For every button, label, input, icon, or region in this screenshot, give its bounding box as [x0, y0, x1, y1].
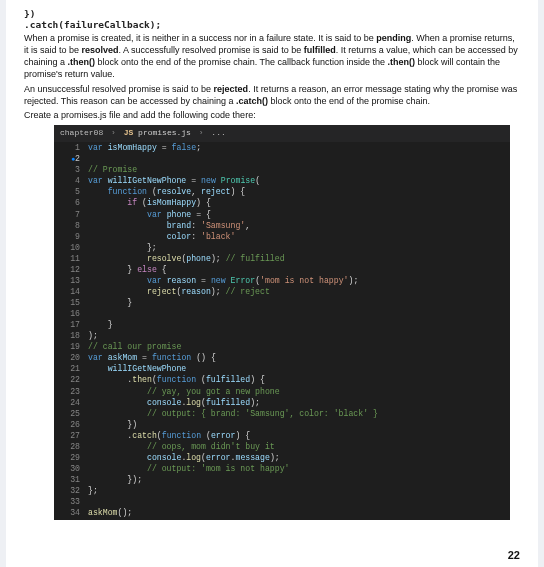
term-catch: .catch()	[236, 96, 268, 106]
code-text: };	[88, 485, 510, 496]
code-line: 31 });	[54, 474, 510, 485]
code-text: var willIGetNewPhone = new Promise(	[88, 175, 510, 186]
code-line: 8 brand: 'Samsung',	[54, 220, 510, 231]
code-line: 7 var phone = {	[54, 209, 510, 220]
code-text	[88, 308, 510, 319]
code-text: console.log(error.message);	[88, 452, 510, 463]
code-line: 18);	[54, 330, 510, 341]
code-line: 20var askMom = function () {	[54, 352, 510, 363]
line-number: 5	[54, 186, 88, 197]
code-text: }	[88, 319, 510, 330]
paragraph-2: An unsuccessful resolved promise is said…	[24, 83, 520, 107]
code-line: 4var willIGetNewPhone = new Promise(	[54, 175, 510, 186]
code-line-2: .catch(failureCallback);	[24, 19, 520, 30]
prose-block: When a promise is created, it is neither…	[24, 32, 520, 121]
code-text: } else {	[88, 264, 510, 275]
code-text: function (resolve, reject) {	[88, 186, 510, 197]
header-code-block: }) .catch(failureCallback);	[24, 8, 520, 30]
line-number: 27	[54, 430, 88, 441]
code-body[interactable]: 1var isMomHappy = false;●2 3// Promise4v…	[54, 142, 510, 519]
line-number: 21	[54, 363, 88, 374]
code-text: var reason = new Error('mom is not happy…	[88, 275, 510, 286]
code-text: askMom();	[88, 507, 510, 518]
code-line: ●2	[54, 153, 510, 164]
code-text: willIGetNewPhone	[88, 363, 510, 374]
code-text: resolve(phone); // fulfilled	[88, 253, 510, 264]
code-line: 11 resolve(phone); // fulfilled	[54, 253, 510, 264]
code-line: 29 console.log(error.message);	[54, 452, 510, 463]
code-line-1: })	[24, 8, 520, 19]
term-pending: pending	[376, 33, 411, 43]
line-number: 1	[54, 142, 88, 153]
text: . A successfully resolved promise is sai…	[119, 45, 304, 55]
breadcrumb: chapter08 › JS promises.js › ...	[54, 125, 510, 142]
code-text: });	[88, 474, 510, 485]
code-text: console.log(fulfilled);	[88, 397, 510, 408]
page: }) .catch(failureCallback); When a promi…	[6, 0, 538, 567]
line-number: ●2	[54, 153, 88, 164]
line-number: 32	[54, 485, 88, 496]
line-number: 8	[54, 220, 88, 231]
code-editor: chapter08 › JS promises.js › ... 1var is…	[54, 125, 510, 520]
line-number: 23	[54, 386, 88, 397]
code-line: 16	[54, 308, 510, 319]
line-number: 13	[54, 275, 88, 286]
line-number: 24	[54, 397, 88, 408]
text: block onto the end of the promise chain.	[268, 96, 430, 106]
term-fulfilled: fulfilled	[304, 45, 336, 55]
line-number: 16	[54, 308, 88, 319]
line-number: 22	[54, 374, 88, 385]
code-text: brand: 'Samsung',	[88, 220, 510, 231]
term-then: .then()	[68, 57, 96, 67]
code-text: var askMom = function () {	[88, 352, 510, 363]
code-text	[88, 496, 510, 507]
text: An unsuccessful resolved promise is said…	[24, 84, 214, 94]
term-rejected: rejected	[214, 84, 249, 94]
line-number: 34	[54, 507, 88, 518]
code-line: 26 })	[54, 419, 510, 430]
code-line: 32};	[54, 485, 510, 496]
code-line: 17 }	[54, 319, 510, 330]
line-number: 28	[54, 441, 88, 452]
code-line: 21 willIGetNewPhone	[54, 363, 510, 374]
file-kind-icon: JS	[124, 128, 134, 137]
line-number: 12	[54, 264, 88, 275]
code-text: }	[88, 297, 510, 308]
code-text: );	[88, 330, 510, 341]
line-number: 26	[54, 419, 88, 430]
code-line: 19// call our promise	[54, 341, 510, 352]
term-resolved: resolved	[82, 45, 119, 55]
page-number: 22	[508, 549, 520, 561]
code-line: 1var isMomHappy = false;	[54, 142, 510, 153]
code-text: var phone = {	[88, 209, 510, 220]
code-line: 33	[54, 496, 510, 507]
code-line: 5 function (resolve, reject) {	[54, 186, 510, 197]
term-then-2: .then()	[388, 57, 416, 67]
code-line: 10 };	[54, 242, 510, 253]
line-number: 31	[54, 474, 88, 485]
code-line: 3// Promise	[54, 164, 510, 175]
code-line: 13 var reason = new Error('mom is not ha…	[54, 275, 510, 286]
code-line: 25 // output: { brand: 'Samsung', color:…	[54, 408, 510, 419]
code-text: // yay, you got a new phone	[88, 386, 510, 397]
code-line: 24 console.log(fulfilled);	[54, 397, 510, 408]
line-number: 19	[54, 341, 88, 352]
code-text: // output: { brand: 'Samsung', color: 'b…	[88, 408, 510, 419]
breadcrumb-folder: chapter08	[60, 128, 103, 137]
code-text: // call our promise	[88, 341, 510, 352]
line-number: 25	[54, 408, 88, 419]
line-number: 20	[54, 352, 88, 363]
line-number: 17	[54, 319, 88, 330]
code-text: .catch(function (error) {	[88, 430, 510, 441]
code-text: // Promise	[88, 164, 510, 175]
line-number: 3	[54, 164, 88, 175]
chevron-right-icon: ›	[111, 128, 116, 137]
code-text: var isMomHappy = false;	[88, 142, 510, 153]
code-text: })	[88, 419, 510, 430]
code-text: // oops, mom didn't buy it	[88, 441, 510, 452]
code-line: 30 // output: 'mom is not happy'	[54, 463, 510, 474]
code-line: 23 // yay, you got a new phone	[54, 386, 510, 397]
line-number: 11	[54, 253, 88, 264]
breadcrumb-file: promises.js	[138, 128, 191, 137]
line-number: 29	[54, 452, 88, 463]
